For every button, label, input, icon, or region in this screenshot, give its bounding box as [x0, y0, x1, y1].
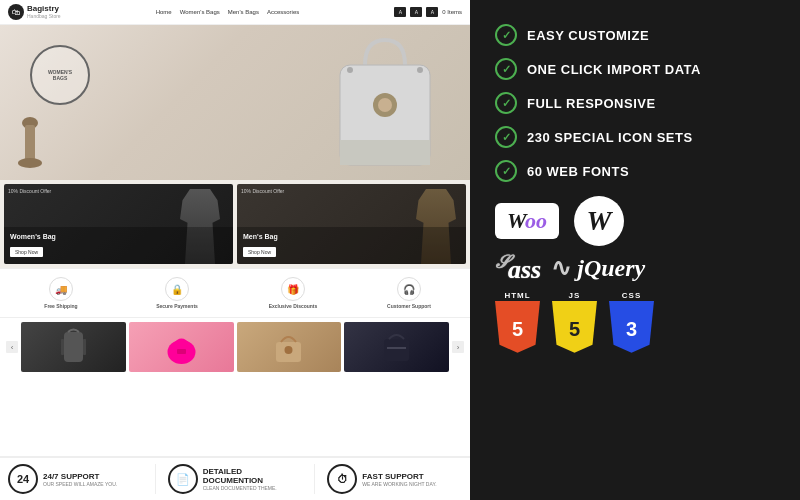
- feature-text-5: 60 WEB FONTS: [527, 164, 629, 179]
- support-fast: ⏱ FAST SUPPORT WE ARE WORKING NIGHT DAY.: [327, 464, 462, 494]
- discount-icon: 🎁: [281, 277, 305, 301]
- svg-rect-18: [387, 347, 406, 349]
- css-label: CSS: [622, 291, 641, 300]
- nav-icon-2: A: [410, 7, 422, 17]
- tech-row-sass-jquery: 𝒮ass ∿ jQuery: [495, 252, 775, 285]
- svg-point-9: [417, 67, 423, 73]
- css3-shield: 3: [609, 301, 654, 353]
- store-logo: 🛍 Bagistry Handbag Store: [8, 4, 61, 20]
- product-thumbnails: ‹: [0, 318, 470, 376]
- js5-number: 5: [569, 318, 580, 341]
- html-label: HTML: [504, 291, 530, 300]
- nav-home: Home: [156, 9, 172, 15]
- feature-free-shipping: 🚚 Free Shipping: [4, 273, 118, 313]
- womens-banner: 10% Discount Offer Women's Bag Shop Now: [4, 184, 233, 264]
- feature-easy-customize: ✓ EASY CUSTOMIZE: [495, 20, 775, 50]
- svg-point-8: [347, 67, 353, 73]
- store-nav-icons: A A A 0 Items: [394, 7, 462, 17]
- svg-rect-12: [83, 339, 86, 355]
- tech-logos: Woo W 𝒮ass ∿ jQuery HTML 5 JS: [495, 196, 775, 353]
- support-docs-text: DETAILED DOCUMENTION CLEAN DOCUMENTED TH…: [203, 467, 303, 491]
- secure-icon: 🔒: [165, 277, 189, 301]
- feature-text-1: EASY CUSTOMIZE: [527, 28, 649, 43]
- mens-shop-btn[interactable]: Shop Now: [243, 247, 276, 257]
- feature-text-4: 230 SPECIAL ICON SETS: [527, 130, 693, 145]
- store-logo-name: Bagistry: [27, 5, 61, 13]
- support-247-title: 24/7 SUPPORT: [43, 472, 117, 481]
- check-icon-1: ✓: [495, 24, 517, 46]
- woo-text: Woo: [507, 208, 547, 234]
- feature-support: 🎧 Customer Support: [352, 273, 466, 313]
- support-fast-icon: ⏱: [327, 464, 357, 494]
- svg-rect-1: [25, 125, 35, 160]
- tech-row-shields: HTML 5 JS 5 CSS 3: [495, 291, 775, 353]
- hero-bag: [320, 30, 450, 175]
- support-247-subtitle: OUR SPEED WILL AMAZE YOU.: [43, 481, 117, 487]
- womens-title: Women's Bag: [10, 233, 227, 240]
- hero-banner: WOMEN'SBAGS: [0, 25, 470, 180]
- womens-overlay: Women's Bag Shop Now: [4, 227, 233, 264]
- woocommerce-logo: Woo: [495, 203, 559, 239]
- check-icon-5: ✓: [495, 160, 517, 182]
- nav-mens: Men's Bags: [228, 9, 259, 15]
- check-mark-2: ✓: [502, 63, 511, 76]
- check-icon-3: ✓: [495, 92, 517, 114]
- store-navbar: 🛍 Bagistry Handbag Store Home Women's Ba…: [0, 0, 470, 25]
- svg-rect-17: [384, 339, 409, 361]
- feature-icon-sets: ✓ 230 SPECIAL ICON SETS: [495, 122, 775, 152]
- support-divider-2: [314, 464, 315, 494]
- support-247-icon: 24: [8, 464, 38, 494]
- product-thumb-3: [237, 322, 342, 372]
- html5-shield: 5: [495, 301, 540, 353]
- support-fast-text: FAST SUPPORT WE ARE WORKING NIGHT DAY.: [362, 472, 436, 487]
- wp-text: W: [586, 205, 611, 237]
- store-preview-panel: 🛍 Bagistry Handbag Store Home Women's Ba…: [0, 0, 470, 500]
- support-icon: 🎧: [397, 277, 421, 301]
- nav-womens: Women's Bags: [180, 9, 220, 15]
- svg-point-6: [378, 98, 392, 112]
- svg-rect-11: [61, 339, 64, 355]
- hero-badge: WOMEN'SBAGS: [30, 45, 90, 105]
- product-thumb-1: [21, 322, 126, 372]
- check-mark-3: ✓: [502, 97, 511, 110]
- check-mark-5: ✓: [502, 165, 511, 178]
- support-247: 24 24/7 SUPPORT OUR SPEED WILL AMAZE YOU…: [8, 464, 143, 494]
- css3-number: 3: [626, 318, 637, 341]
- feature-secure-payments: 🔒 Secure Payments: [120, 273, 234, 313]
- cart-count: 0 Items: [442, 9, 462, 15]
- support-label: Customer Support: [387, 303, 431, 309]
- support-docs: 📄 DETAILED DOCUMENTION CLEAN DOCUMENTED …: [168, 464, 303, 494]
- womens-discount: 10% Discount Offer: [8, 188, 51, 194]
- support-divider-1: [155, 464, 156, 494]
- feature-text-2: ONE CLICK IMPORT DATA: [527, 62, 701, 77]
- next-button[interactable]: ›: [452, 341, 464, 353]
- js-label: JS: [569, 291, 581, 300]
- check-icon-2: ✓: [495, 58, 517, 80]
- feature-text-3: FULL RESPONSIVE: [527, 96, 656, 111]
- svg-rect-14: [177, 349, 186, 354]
- mens-overlay: Men's Bag Shop Now: [237, 227, 466, 264]
- css3-shield-group: CSS 3: [609, 291, 654, 353]
- prev-button[interactable]: ‹: [6, 341, 18, 353]
- support-docs-title: DETAILED DOCUMENTION: [203, 467, 303, 485]
- svg-rect-10: [64, 332, 83, 362]
- product-thumb-2: [129, 322, 234, 372]
- discount-label: Exclusive Discounts: [269, 303, 318, 309]
- store-screenshot: 🛍 Bagistry Handbag Store Home Women's Ba…: [0, 0, 470, 500]
- vase-decoration: [15, 115, 45, 175]
- store-logo-sub: Handbag Store: [27, 13, 61, 19]
- svg-point-16: [285, 346, 293, 354]
- womens-shop-btn[interactable]: Shop Now: [10, 247, 43, 257]
- html5-number: 5: [512, 318, 523, 341]
- mens-discount: 10% Discount Offer: [241, 188, 284, 194]
- support-247-text: 24/7 SUPPORT OUR SPEED WILL AMAZE YOU.: [43, 472, 117, 487]
- nav-icon-1: A: [394, 7, 406, 17]
- sass-logo: 𝒮ass: [495, 252, 541, 285]
- support-docs-icon: 📄: [168, 464, 198, 494]
- svg-rect-7: [340, 140, 430, 165]
- store-nav-links: Home Women's Bags Men's Bags Accessories: [156, 9, 300, 15]
- secure-label: Secure Payments: [156, 303, 198, 309]
- support-docs-subtitle: CLEAN DOCUMENTED THEME.: [203, 485, 303, 491]
- fast-icon-glyph: ⏱: [337, 473, 348, 485]
- feature-discounts: 🎁 Exclusive Discounts: [236, 273, 350, 313]
